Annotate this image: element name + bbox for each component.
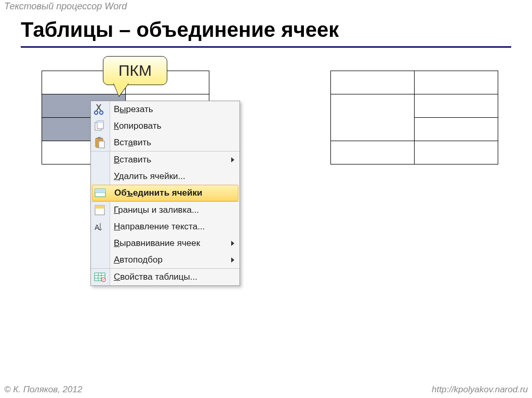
svg-rect-6 (98, 137, 101, 139)
header-label: Текстовый процессор Word (4, 1, 127, 12)
title-rule (21, 46, 511, 48)
svg-rect-10 (95, 189, 105, 193)
slide: Текстовый процессор Word Таблицы – объед… (0, 0, 532, 398)
svg-rect-4 (97, 121, 103, 123)
menu-align-label: Выравнивание ячеек (114, 238, 200, 248)
menu-delete-cells[interactable]: Удалить ячейки... (91, 168, 240, 185)
footer-url: http://kpolyakov.narod.ru (432, 385, 528, 395)
svg-text:A: A (95, 223, 100, 231)
text-direction-icon: A (93, 220, 107, 234)
copy-icon (93, 119, 107, 133)
menu-cut[interactable]: Вырезать (91, 101, 240, 118)
menu-text-direction-label: Направление текста... (114, 222, 205, 231)
submenu-arrow-icon (231, 257, 234, 263)
menu-merge-cells[interactable]: Объединить ячейки (92, 185, 238, 201)
menu-autofit[interactable]: Автоподбор (91, 252, 240, 268)
menu-copy-label: Копировать (114, 121, 162, 131)
table-props-icon (93, 270, 107, 284)
result-table (330, 71, 498, 164)
menu-autofit-label: Автоподбор (114, 255, 163, 265)
merge-cells-icon (94, 186, 107, 200)
svg-rect-7 (99, 141, 104, 148)
menu-borders-label: Границы и заливка... (114, 205, 199, 215)
menu-align[interactable]: Выравнивание ячеек (91, 235, 240, 252)
borders-icon (93, 203, 107, 217)
menu-insert[interactable]: Вставить (91, 151, 240, 168)
menu-paste[interactable]: Вставить (91, 134, 240, 151)
cut-icon (93, 103, 107, 116)
svg-rect-12 (95, 205, 104, 209)
context-menu: Вырезать Копировать Вставить Вставить Уд… (90, 101, 240, 286)
submenu-arrow-icon (231, 241, 234, 246)
footer-copyright: © К. Поляков, 2012 (4, 385, 82, 395)
menu-borders[interactable]: Границы и заливка... (91, 201, 240, 218)
menu-text-direction[interactable]: A Направление текста... (91, 218, 240, 235)
menu-insert-label: Вставить (114, 155, 151, 164)
page-title: Таблицы – объединение ячеек (21, 18, 339, 42)
paste-icon (93, 136, 107, 149)
menu-table-props-label: Свойства таблицы... (114, 272, 197, 282)
rmb-callout: ПКМ (103, 56, 167, 85)
menu-cut-label: Вырезать (114, 104, 153, 114)
svg-point-1 (100, 111, 103, 114)
submenu-arrow-icon (231, 157, 234, 162)
menu-copy[interactable]: Копировать (91, 118, 240, 134)
svg-point-0 (95, 111, 98, 114)
menu-delete-cells-label: Удалить ячейки... (114, 171, 185, 181)
menu-merge-cells-label: Объединить ячейки (114, 188, 202, 198)
menu-paste-label: Вставить (114, 138, 151, 147)
menu-table-props[interactable]: Свойства таблицы... (91, 268, 240, 285)
